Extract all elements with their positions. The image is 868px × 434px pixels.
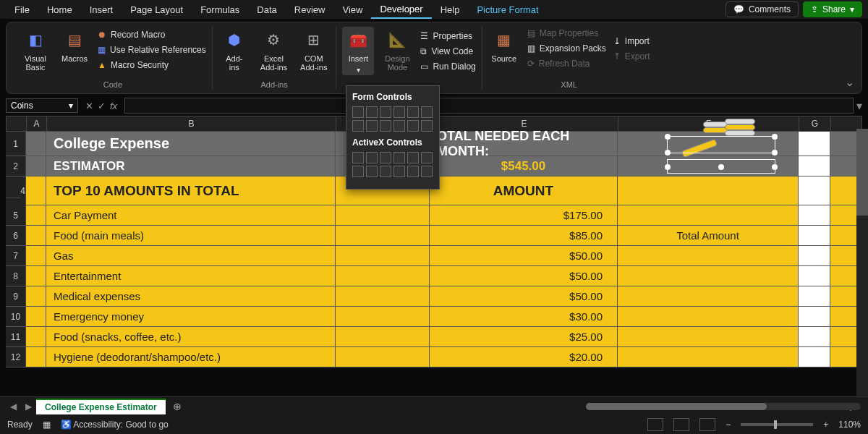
cell-amount[interactable]: $20.00: [430, 347, 618, 367]
import-button[interactable]: ⤓Import: [613, 35, 650, 48]
macros-button[interactable]: ▤ Macros: [59, 27, 90, 73]
ax-text-icon[interactable]: [407, 152, 419, 163]
addins-button[interactable]: ⬢Add- ins: [218, 27, 250, 73]
name-box[interactable]: Coins▾: [6, 98, 78, 113]
selection-box-2[interactable]: [667, 159, 775, 174]
spin-control-icon[interactable]: [393, 106, 405, 118]
menu-file[interactable]: File: [6, 1, 38, 18]
checkbox-control-icon[interactable]: [380, 106, 391, 118]
row-header[interactable]: 11: [6, 327, 26, 346]
cell-total-label[interactable]: OTAL NEEDED EACH MONTH:: [430, 132, 618, 156]
cell-f[interactable]: [618, 347, 799, 367]
listbox-control-icon[interactable]: [407, 106, 419, 118]
visual-basic-button[interactable]: ◧ Visual Basic: [20, 27, 51, 73]
add-sheet-button[interactable]: ⊕: [173, 401, 182, 412]
groupbox-control-icon[interactable]: [380, 120, 391, 132]
cell-item[interactable]: Emergency money: [46, 307, 336, 326]
cell-item[interactable]: Food (main meals): [46, 226, 336, 245]
zoom-slider[interactable]: [741, 423, 813, 426]
com-addins-button[interactable]: ⊞COM Add-ins: [297, 27, 330, 73]
option-control-icon[interactable]: [421, 106, 433, 118]
cell-f[interactable]: Total Amount: [618, 226, 799, 245]
cancel-formula-icon[interactable]: ✕: [85, 101, 93, 111]
cell-amount[interactable]: $50.00: [430, 246, 618, 265]
row-header[interactable]: 7: [6, 246, 26, 265]
refresh-data-button[interactable]: ⟳Refresh Data: [527, 57, 606, 70]
design-mode-button[interactable]: 📐Design Mode: [381, 27, 413, 75]
share-button[interactable]: ⇪Share▾: [803, 1, 862, 17]
accept-formula-icon[interactable]: ✓: [98, 101, 106, 111]
cell-item[interactable]: Car Payment: [46, 205, 336, 225]
edit-control-icon[interactable]: [421, 120, 433, 132]
cell-amount[interactable]: $25.00: [430, 327, 618, 346]
cell-f[interactable]: [618, 307, 799, 326]
row-header[interactable]: 8: [6, 266, 26, 286]
view-page-break-button[interactable]: [699, 418, 715, 431]
cell-amount-header[interactable]: AMOUNT: [430, 176, 618, 205]
menu-picture-format[interactable]: Picture Format: [468, 1, 547, 18]
ax-image-icon[interactable]: [393, 166, 405, 177]
menu-home[interactable]: Home: [38, 1, 81, 18]
menu-developer[interactable]: Developer: [371, 1, 431, 19]
cell-subtitle[interactable]: ESTIMATOR: [46, 156, 336, 176]
insert-control-button[interactable]: 🧰Insert▾: [342, 27, 374, 75]
text-control-icon[interactable]: [393, 120, 405, 132]
selection-box[interactable]: [667, 136, 775, 153]
zoom-level[interactable]: 110%: [838, 420, 861, 430]
row-header-1[interactable]: 1: [6, 132, 26, 156]
ax-spin-icon[interactable]: [352, 166, 364, 177]
sheet-tab-active[interactable]: College Expense Estimator: [36, 399, 166, 414]
coins-image[interactable]: [681, 116, 768, 166]
macro-record-icon[interactable]: ▦: [43, 420, 51, 430]
row-header-4[interactable]: 4: [6, 176, 26, 205]
accessibility-status[interactable]: ♿ Accessibility: Good to go: [61, 420, 169, 430]
menu-formulas[interactable]: Formulas: [192, 1, 248, 18]
comments-button[interactable]: 💬Comments: [726, 1, 799, 17]
ax-label-icon[interactable]: [380, 166, 391, 177]
view-normal-button[interactable]: [647, 418, 663, 431]
cell-f[interactable]: [618, 286, 799, 306]
cell-amount[interactable]: $85.00: [430, 226, 618, 245]
ax-checkbox-icon[interactable]: [380, 152, 391, 163]
select-all-corner[interactable]: [7, 116, 27, 131]
formula-bar[interactable]: [124, 98, 854, 114]
combo-control-icon[interactable]: [366, 106, 378, 118]
row-header[interactable]: 12: [6, 347, 26, 367]
ax-button-icon[interactable]: [352, 152, 364, 163]
relative-refs-button[interactable]: ▦Use Relative References: [98, 43, 206, 56]
cell-amount[interactable]: $30.00: [430, 307, 618, 326]
col-header-b[interactable]: B: [47, 116, 336, 131]
properties-button[interactable]: ☰Properties: [420, 30, 475, 43]
cell-f[interactable]: [618, 205, 799, 225]
cell-title[interactable]: College Expense: [46, 132, 336, 156]
menu-page-layout[interactable]: Page Layout: [122, 1, 192, 18]
button-control-icon[interactable]: [352, 106, 364, 118]
map-properties-button[interactable]: ▤Map Properties: [527, 27, 606, 40]
zoom-out-button[interactable]: −: [726, 420, 731, 430]
export-button[interactable]: ⤒Export: [613, 50, 650, 63]
ax-toggle-icon[interactable]: [407, 166, 419, 177]
excel-addins-button[interactable]: ⚙Excel Add-ins: [258, 27, 290, 73]
cell-item[interactable]: Food (snacks, coffee, etc.): [46, 327, 336, 346]
cell-f[interactable]: [618, 327, 799, 346]
menu-help[interactable]: Help: [432, 1, 469, 18]
run-dialog-button[interactable]: ▭Run Dialog: [420, 60, 475, 73]
row-header-2[interactable]: 2: [6, 156, 26, 176]
formula-expand-icon[interactable]: ▾: [856, 99, 862, 113]
tab-nav-prev[interactable]: ◀: [6, 401, 21, 412]
view-page-layout-button[interactable]: [673, 418, 689, 431]
xml-source-button[interactable]: ▦Source: [488, 27, 520, 70]
fx-icon[interactable]: fx: [110, 101, 117, 111]
ax-list-icon[interactable]: [393, 152, 405, 163]
cell-item[interactable]: Medical expenses: [46, 286, 336, 306]
vertical-scrollbar[interactable]: [856, 129, 868, 396]
menu-review[interactable]: Review: [286, 1, 334, 18]
scrollbar-control-icon[interactable]: [366, 120, 378, 132]
row-header[interactable]: 6: [6, 226, 26, 245]
row-header[interactable]: 9: [6, 286, 26, 306]
col-header-g[interactable]: G: [799, 116, 831, 131]
cell-amount[interactable]: $50.00: [430, 286, 618, 306]
expansion-packs-button[interactable]: ▥Expansion Packs: [527, 42, 606, 55]
cell-total-value[interactable]: $545.00: [430, 156, 618, 176]
row-header[interactable]: 10: [6, 307, 26, 326]
